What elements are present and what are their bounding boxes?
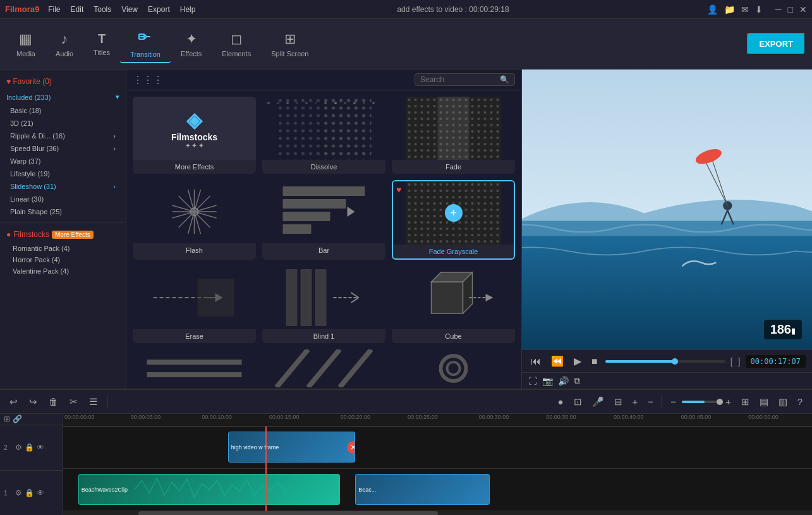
transition-fade-grayscale[interactable]: ♥ + Fade Grayscale [392,180,515,260]
sidebar-basic[interactable]: Basic (18) [0,104,126,117]
cut-button[interactable]: ✂ [66,395,81,409]
redo-button[interactable]: ↪ [26,395,40,409]
transition-bar[interactable]: Bar [262,180,385,260]
search-input[interactable] [420,75,496,84]
grid-view-icon[interactable]: ⋮⋮⋮ [133,74,163,86]
toolbar-effects[interactable]: ✦ Effects [171,27,212,61]
toolbar-media[interactable]: ▦ Media [6,27,45,61]
sidebar-included[interactable]: Included (233) ▾ [0,90,126,104]
minimize-button[interactable]: ─ [775,4,782,15]
sidebar-plainshape[interactable]: Plain Shape (25) [0,205,126,218]
snap-button[interactable]: ⊡ [571,395,585,409]
search-icon[interactable]: 🔍 [500,75,509,84]
sidebar-romantic[interactable]: Romantic Pack (4) [0,243,126,254]
download-icon[interactable]: ⬇ [755,4,763,15]
track1-lock-icon[interactable]: 🔒 [25,488,34,497]
close-button[interactable]: ✕ [799,4,807,15]
track2-lock-icon[interactable]: 🔒 [25,443,34,452]
clip-delete-button[interactable]: ✕ [347,441,355,454]
toolbar-splitscreen[interactable]: ⊞ Split Screen [261,27,318,61]
sidebar-valentine[interactable]: Valentine Pack (4) [0,265,126,277]
fullscreen-icon[interactable]: ⛶ [528,376,537,386]
sidebar-filmstocks[interactable]: ● Filmstocks More Effects [0,226,126,243]
menu-export[interactable]: Export [144,4,174,15]
sidebar-slideshow[interactable]: Slideshow (31)› [0,180,126,193]
track1-clip2[interactable]: Beac... [355,474,490,506]
fit-timeline-button[interactable]: ⊞ [738,395,753,409]
toolbar-audio[interactable]: ♪ Audio [45,27,83,61]
menu-tools[interactable]: Tools [90,4,115,15]
track2-eye-icon[interactable]: 👁 [37,443,44,452]
playhead[interactable] [265,427,267,511]
menu-file[interactable]: File [44,4,64,15]
stop-button[interactable]: ■ [589,354,600,368]
track2-clip1[interactable]: high video w frame ✕ [228,432,355,463]
zoom-in-button[interactable]: + [722,395,734,408]
rewind-button[interactable]: ⏮ [528,354,543,368]
transition-partial1[interactable] [133,349,256,387]
transition-label: Transition [130,51,161,58]
add-transition-icon[interactable]: + [445,204,463,222]
playback-progress[interactable] [605,360,725,363]
menu-view[interactable]: View [118,4,142,15]
export-button[interactable]: EXPORT [747,33,806,55]
step-back-button[interactable]: ⏪ [548,354,566,368]
menu-edit[interactable]: Edit [67,4,88,15]
restore-button[interactable]: □ [788,4,793,15]
delete-button[interactable]: 🗑 [45,395,61,408]
sidebar-3d[interactable]: 3D (21) [0,117,126,130]
zoom-out-button[interactable]: − [667,395,679,408]
mic-button[interactable]: 🎤 [589,395,607,409]
help-button[interactable]: ? [794,395,806,408]
properties-button[interactable]: ☰ [86,395,100,409]
menu-help[interactable]: Help [176,4,200,15]
toolbar-titles[interactable]: T Titles [83,28,120,60]
layout2-button[interactable]: ▥ [775,395,791,409]
timeline-toolbar-right: ● ⊡ 🎤 ⊟ + − − + ⊞ ▤ ▥ ? [555,395,806,409]
mail-icon[interactable]: ✉ [741,4,749,15]
transition-flash[interactable]: Flash [133,180,256,260]
timeline-scrollbar[interactable] [63,511,812,515]
split-audio-button[interactable]: ⊟ [611,395,626,409]
track2-settings-icon[interactable]: ⚙ [15,443,22,452]
toolbar-elements[interactable]: ◻ Elements [212,27,261,61]
scroll-thumb[interactable] [138,511,438,515]
transition-partial2[interactable] [262,349,385,387]
zoom-thumb [717,399,723,405]
transition-fade[interactable]: Fade [392,97,515,174]
zoom-slider[interactable] [682,401,720,403]
transition-cube[interactable]: Cube [392,266,515,343]
track1-eye-icon[interactable]: 👁 [37,488,44,497]
transition-filmstocks[interactable]: ◈ Filmstocks ✦ ✦ ✦ More Effects [133,97,256,174]
record-button[interactable]: ● [555,395,567,408]
sidebar-ripple[interactable]: Ripple & Di... (16)› [0,130,126,142]
layout1-button[interactable]: ▤ [756,395,772,409]
sidebar-horror[interactable]: Horror Pack (4) [0,254,126,265]
folder-icon[interactable]: 📁 [724,4,735,15]
splitscreen-label: Split Screen [271,50,308,58]
play-button[interactable]: ▶ [571,354,584,368]
user-icon[interactable]: 👤 [707,4,718,15]
pip-icon[interactable]: ⧉ [574,375,580,386]
remove-track-button[interactable]: − [645,395,657,408]
sidebar-lifestyle[interactable]: Lifestyle (19) [0,167,126,180]
transition-dissolve[interactable]: Dissolve [262,97,385,174]
add-track-button[interactable]: + [629,395,641,408]
timemark-20: 00:00:20:00 [340,414,370,420]
sidebar-favorite[interactable]: ♥ Favorite (0) [0,73,126,90]
blind1-label: Blind 1 [262,329,385,343]
sidebar-linear[interactable]: Linear (30) [0,193,126,205]
sidebar-warp[interactable]: Warp (37) [0,155,126,167]
volume-icon[interactable]: 🔊 [558,376,569,386]
track1-clip1[interactable]: BeachWaves2Clip [78,474,341,506]
undo-button[interactable]: ↩ [6,395,21,409]
track1-settings-icon[interactable]: ⚙ [15,488,22,497]
transition-erase[interactable]: Erase [133,266,256,343]
toolbar-transition[interactable]: Transition [120,25,171,63]
link-icon[interactable]: 🔗 [13,415,22,423]
transition-partial3[interactable] [392,349,515,387]
transition-blind1[interactable]: Blind 1 [262,266,385,343]
snapshot-icon[interactable]: 📷 [542,376,553,386]
magnet-icon[interactable]: ⊞ [4,415,10,423]
sidebar-speedblur[interactable]: Speed Blur (36)› [0,142,126,155]
